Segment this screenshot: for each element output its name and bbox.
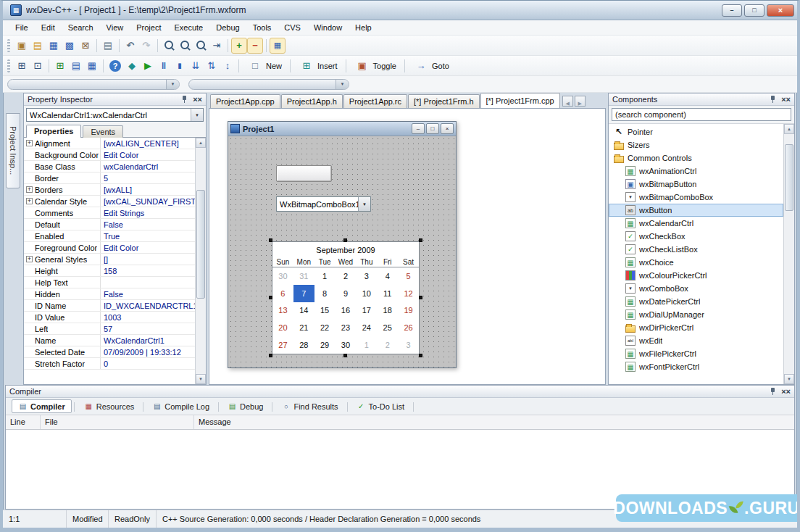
compiler-tab[interactable]: Resources — [78, 400, 141, 412]
property-row[interactable]: Alignment [wxALIGN_CENTER] — [24, 138, 195, 149]
component-item[interactable]: Pointer — [609, 125, 783, 138]
calendar-date-cell[interactable]: 10 — [356, 285, 377, 302]
open-file-icon[interactable] — [30, 38, 46, 54]
help-icon[interactable] — [109, 60, 121, 72]
object-selector-dropdown[interactable]: WxCalendarCtrl1:wxCalendarCtrl — [26, 108, 204, 122]
menu-item[interactable]: Window — [307, 22, 349, 33]
menu-item[interactable]: Help — [349, 22, 378, 33]
property-inspector-tab[interactable]: Events — [83, 125, 123, 138]
designed-form[interactable]: Project1 – □ × WxBitmapComboBox1 — [228, 121, 457, 368]
insert-button[interactable]: Insert — [293, 57, 343, 75]
toolbar-scrollbar[interactable] — [7, 79, 180, 90]
editor-tab[interactable]: Project1App.cpp — [210, 94, 280, 108]
calendar-date-cell[interactable]: 25 — [377, 319, 398, 336]
redo-icon[interactable] — [138, 38, 154, 54]
form-maximize-button[interactable]: □ — [426, 123, 439, 134]
property-row[interactable]: Hidden False — [24, 288, 195, 300]
calendar-date-cell[interactable]: 3 — [356, 267, 377, 285]
column-header[interactable]: Message — [194, 415, 794, 429]
calendar-date-cell[interactable]: 1 — [314, 267, 336, 285]
property-row[interactable]: ID Name ID_WXCALENDARCTRL1 — [24, 300, 195, 312]
property-value[interactable]: ID_WXCALENDARCTRL1 — [101, 302, 195, 310]
component-item[interactable]: wxButton — [609, 204, 783, 217]
calendar-date-cell[interactable]: 16 — [336, 302, 357, 320]
project-inspector-tab[interactable]: Project Insp... — [6, 113, 20, 188]
project-options-icon[interactable] — [270, 38, 286, 54]
component-item[interactable]: wxColourPickerCtrl — [609, 269, 783, 282]
property-row[interactable]: Calendar Style [wxCAL_SUNDAY_FIRST, — [24, 196, 195, 207]
calendar-date-cell[interactable]: 8 — [314, 285, 336, 302]
form-body[interactable]: WxBitmapComboBox1 September 2009 Sun — [228, 136, 456, 367]
property-value[interactable]: 1003 — [101, 313, 195, 322]
compiler-tab[interactable]: To-Do List — [351, 400, 411, 412]
menu-item[interactable]: File — [9, 22, 35, 33]
calendar-date-cell[interactable]: 22 — [314, 319, 336, 336]
property-row[interactable]: Height 158 — [24, 265, 195, 277]
menu-item[interactable]: Edit — [35, 22, 62, 33]
calendar-date-cell[interactable]: 14 — [293, 302, 314, 320]
line-down-icon[interactable] — [220, 58, 236, 74]
toolbar-grip[interactable] — [7, 39, 10, 52]
calendar-date-cell[interactable]: 1 — [356, 336, 377, 354]
selection-handle[interactable] — [419, 296, 422, 299]
calendar-date-cell[interactable]: 9 — [336, 285, 357, 302]
property-value[interactable]: [wxALL] — [101, 186, 195, 194]
menu-item[interactable]: Debug — [209, 22, 246, 33]
calendar-date-cell[interactable]: 4 — [377, 267, 398, 285]
compile-icon[interactable] — [124, 58, 140, 74]
close-button[interactable] — [767, 4, 794, 17]
menu-item[interactable]: Search — [62, 22, 100, 33]
expand-icon[interactable] — [26, 256, 33, 262]
selection-handle[interactable] — [269, 238, 272, 242]
property-value[interactable]: Edit Color — [101, 151, 195, 159]
column-header[interactable]: Line — [6, 415, 41, 429]
toolbar-scrollbar-dropdown-icon[interactable] — [166, 80, 179, 89]
search-again-icon[interactable] — [193, 38, 209, 54]
calendar-date-cell[interactable]: 23 — [336, 319, 357, 336]
scrollbar-thumb[interactable] — [196, 190, 205, 299]
property-row[interactable]: Border 5 — [24, 173, 195, 184]
form-minimize-button[interactable]: – — [412, 123, 425, 134]
calendar-date-cell[interactable]: 2 — [377, 336, 398, 354]
rebuild-icon[interactable] — [68, 58, 84, 74]
calendar-date-cell[interactable]: 6 — [272, 285, 293, 302]
close-file-icon[interactable] — [78, 38, 93, 54]
build-icon[interactable] — [52, 58, 68, 74]
property-value[interactable]: Edit Color — [101, 244, 195, 252]
component-item[interactable]: wxComboBox — [609, 282, 783, 295]
editor-tab[interactable]: [*] Project1Frm.h — [408, 94, 480, 108]
calendar-date-cell[interactable]: 29 — [314, 336, 336, 354]
calendar-date-cell[interactable]: 3 — [398, 336, 419, 354]
find-in-files-icon[interactable] — [177, 38, 193, 54]
form-close-button[interactable]: × — [441, 123, 454, 134]
column-header[interactable]: File — [41, 415, 194, 429]
scrollbar-thumb[interactable] — [785, 144, 793, 211]
toolbar-scrollbar-dropdown-icon[interactable] — [336, 80, 349, 89]
new-form-icon[interactable] — [30, 58, 46, 74]
print-icon[interactable] — [100, 38, 116, 54]
property-row[interactable]: Comments Edit Strings — [24, 207, 195, 219]
property-value[interactable]: wxCalendarCtrl — [101, 162, 195, 171]
property-value[interactable]: False — [101, 220, 195, 229]
close-icon[interactable]: × — [781, 388, 791, 396]
calendar-date-cell[interactable]: 28 — [293, 336, 314, 354]
component-item[interactable]: wxCheckBox — [609, 230, 783, 243]
property-row[interactable]: Borders [wxALL] — [24, 184, 195, 196]
component-item[interactable]: wxCheckListBox — [609, 243, 783, 256]
goto-button[interactable]: Goto — [408, 57, 454, 75]
form-calendar-control[interactable]: September 2009 Sun Mon Tue — [272, 241, 420, 354]
pin-icon[interactable] — [770, 388, 776, 396]
editor-tab[interactable]: Project1App.rc — [343, 94, 407, 108]
line-up-icon[interactable] — [204, 58, 220, 74]
toolbar-grip[interactable] — [7, 59, 10, 72]
calendar-date-cell[interactable]: 26 — [398, 319, 419, 336]
step-over-icon[interactable] — [188, 58, 204, 74]
new-button[interactable]: New — [242, 57, 287, 75]
calendar-date-cell[interactable]: 13 — [272, 302, 293, 320]
component-item[interactable]: Common Controls — [609, 151, 783, 165]
calendar-date-cell[interactable]: 31 — [293, 267, 314, 285]
undo-icon[interactable] — [122, 38, 138, 54]
property-row[interactable]: Foreground Color Edit Color — [24, 242, 195, 254]
package-icon[interactable] — [84, 58, 100, 74]
calendar-date-cell[interactable]: 11 — [377, 285, 398, 302]
